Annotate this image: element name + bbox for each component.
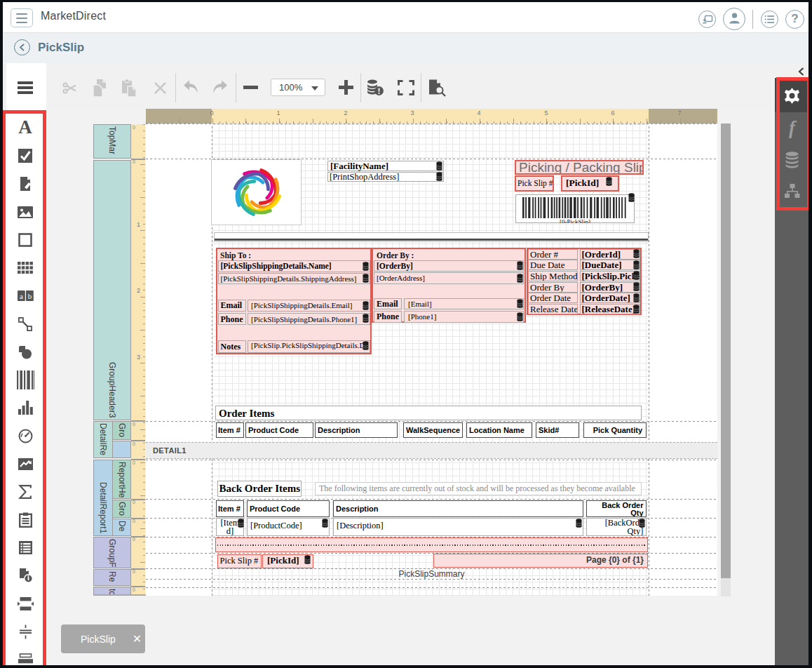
svg-text:b: b xyxy=(28,292,32,300)
svg-text:a: a xyxy=(20,292,23,300)
